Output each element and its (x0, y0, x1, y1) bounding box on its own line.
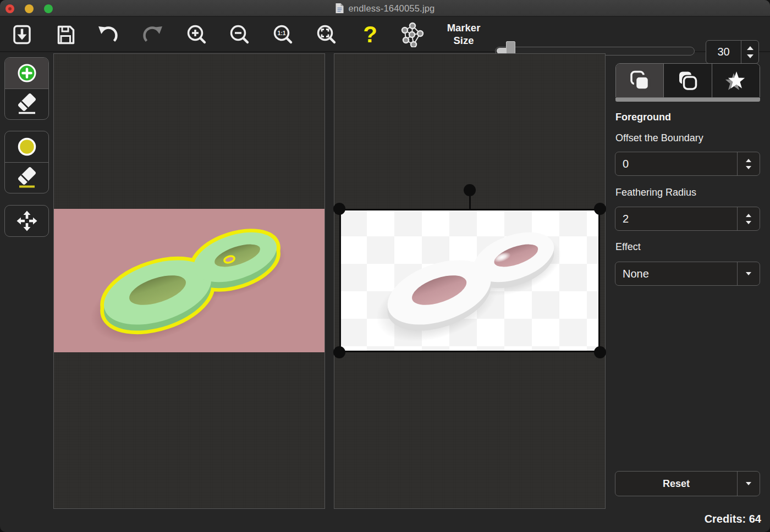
open-file-icon (10, 23, 34, 47)
reset-button-group: Reset (615, 471, 760, 496)
zoom-window-button[interactable] (44, 4, 53, 13)
credits-counter: Credits: 64 (705, 513, 761, 525)
tab-favorites[interactable] (712, 64, 760, 97)
app-window: endless-1640055.jpg (0, 0, 770, 532)
favorites-star-icon (723, 69, 749, 93)
effect-dropdown-arrow[interactable] (737, 262, 760, 285)
boundary-tool-group (4, 131, 49, 193)
save-button[interactable] (53, 22, 78, 47)
zoom-fit-button[interactable] (314, 22, 339, 47)
tab-indicator-bar (615, 98, 760, 102)
toolbar: 1:1 ? (0, 16, 770, 52)
tab-background[interactable] (663, 64, 711, 97)
svg-text:?: ? (363, 23, 377, 47)
document-icon (335, 3, 344, 14)
result-panel (334, 53, 606, 509)
zoom-actual-size-icon: 1:1 (271, 23, 295, 47)
eraser-yellow-icon (15, 166, 39, 190)
pan-move-tool[interactable] (5, 206, 48, 236)
chevron-down-icon (746, 482, 751, 485)
graph-segmentation-icon (400, 22, 425, 47)
minimize-button[interactable] (25, 4, 34, 13)
open-file-button[interactable] (9, 22, 35, 47)
eraser-icon (15, 92, 39, 117)
zoom-in-icon (184, 23, 208, 47)
marker-size-value[interactable]: 30 (706, 41, 741, 63)
chevron-down-icon (746, 272, 751, 275)
background-layer-icon (675, 69, 700, 93)
save-icon (53, 23, 78, 47)
resize-handle-bottom-right[interactable] (594, 346, 606, 358)
feathering-radius-label: Feathering Radius (615, 187, 696, 198)
foreground-layer-icon (628, 69, 652, 93)
result-image-canvas[interactable] (339, 209, 600, 352)
yellow-circle-marker-icon (15, 135, 39, 159)
result-infinity-graphic (339, 209, 600, 352)
green-plus-marker-icon (15, 61, 39, 85)
foreground-marker-tool[interactable] (5, 58, 48, 88)
effect-dropdown[interactable]: None (615, 262, 760, 286)
feathering-radius-stepper[interactable] (737, 207, 760, 230)
reset-button[interactable]: Reset (615, 472, 737, 496)
stepper-down-icon[interactable] (746, 166, 751, 169)
effect-label: Effect (615, 241, 641, 253)
feathering-radius-value[interactable]: 2 (615, 207, 737, 230)
undo-icon (96, 23, 120, 47)
offset-boundary-label: Offset the Boundary (615, 132, 703, 144)
resize-handle-top-left[interactable] (333, 203, 345, 215)
svg-text:1:1: 1:1 (277, 30, 285, 36)
offset-boundary-stepper[interactable] (737, 152, 760, 175)
stepper-up-icon[interactable] (747, 46, 754, 50)
boundary-marker-tool[interactable] (5, 131, 48, 162)
zoom-out-button[interactable] (227, 22, 252, 47)
resize-handle-top-right[interactable] (594, 203, 606, 215)
source-image-canvas[interactable] (54, 209, 324, 352)
graph-segmentation-button[interactable] (400, 22, 425, 47)
resize-handle-bottom-left[interactable] (333, 346, 345, 358)
reset-dropdown-arrow[interactable] (737, 472, 760, 496)
effect-value: None (615, 262, 737, 285)
rotation-handle-stem (469, 196, 471, 209)
close-button[interactable] (6, 4, 14, 13)
foreground-tool-group (4, 57, 49, 120)
marker-size-input-group: 30 (706, 40, 759, 64)
undo-button[interactable] (96, 22, 121, 47)
foreground-eraser-tool[interactable] (5, 88, 48, 119)
marker-size-label: Marker Size (439, 21, 488, 47)
source-panel (53, 53, 325, 509)
redo-button[interactable] (140, 22, 165, 47)
help-button[interactable]: ? (358, 22, 383, 47)
marker-size-stepper[interactable] (741, 41, 758, 63)
title-bar: endless-1640055.jpg (0, 0, 770, 16)
boundary-eraser-tool[interactable] (5, 162, 48, 193)
source-infinity-graphic (54, 209, 324, 352)
layer-tab-bar (615, 63, 760, 98)
zoom-fit-icon (314, 23, 338, 47)
redo-icon (140, 23, 164, 47)
zoom-in-button[interactable] (184, 22, 209, 47)
window-title-group: endless-1640055.jpg (335, 0, 435, 16)
feathering-radius-field: 2 (615, 207, 760, 231)
tab-foreground[interactable] (616, 64, 663, 97)
move-arrows-icon (15, 209, 39, 233)
offset-boundary-value[interactable]: 0 (615, 152, 737, 175)
window-title: endless-1640055.jpg (348, 3, 435, 14)
zoom-actual-size-button[interactable]: 1:1 (270, 22, 295, 47)
stepper-down-icon[interactable] (747, 54, 754, 58)
zoom-out-icon (227, 23, 251, 47)
stepper-up-icon[interactable] (746, 214, 751, 217)
offset-boundary-field: 0 (615, 152, 760, 176)
stepper-down-icon[interactable] (746, 221, 751, 224)
stepper-up-icon[interactable] (746, 159, 751, 162)
rotation-handle[interactable] (464, 184, 476, 196)
inspector-heading: Foreground (615, 112, 671, 123)
pan-tool-group (4, 205, 49, 237)
help-icon: ? (358, 23, 382, 47)
